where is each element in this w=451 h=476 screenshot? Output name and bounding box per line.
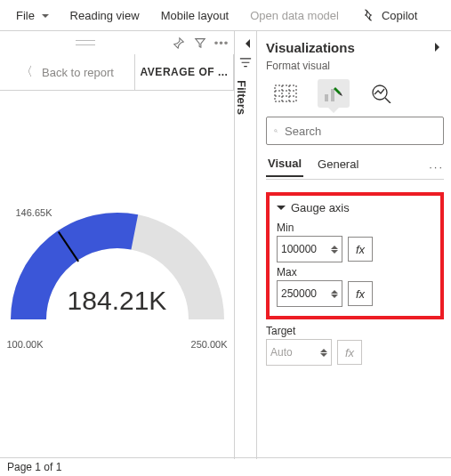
status-bar: Page 1 of 1	[0, 457, 451, 476]
gauge-value-label: 184.21K	[11, 286, 224, 316]
report-canvas: ••• 〈 Back to report AVERAGE OF ...	[0, 31, 235, 459]
max-value: 250000	[281, 287, 331, 300]
spinner-icon[interactable]	[331, 242, 338, 257]
back-to-report-button[interactable]: 〈 Back to report	[0, 54, 135, 90]
menu-file-label: File	[16, 9, 35, 22]
page-indicator: Page 1 of 1	[7, 461, 61, 473]
format-tabs: Visual General ···	[266, 154, 444, 180]
drag-handle-icon[interactable]	[76, 40, 95, 45]
target-field-disabled: Target Auto fx	[266, 325, 444, 366]
chevron-right-icon	[435, 43, 444, 52]
table-grid-icon	[274, 85, 297, 102]
breadcrumb: 〈 Back to report AVERAGE OF ...	[0, 54, 234, 91]
main-area: ••• 〈 Back to report AVERAGE OF ...	[0, 30, 451, 459]
gauge-axis-highlight: Gauge axis Min 100000 fx Max 250000	[266, 192, 444, 319]
build-visual-mode-button[interactable]	[270, 79, 302, 108]
back-label: Back to report	[42, 66, 114, 79]
svg-rect-7	[331, 89, 334, 101]
menu-reading-view[interactable]: Reading view	[60, 5, 150, 26]
menu-mobile-layout[interactable]: Mobile layout	[150, 5, 240, 26]
chevron-down-icon	[42, 14, 49, 21]
target-input: Auto	[266, 339, 332, 366]
min-input[interactable]: 100000	[277, 236, 342, 262]
target-fx-button: fx	[337, 340, 362, 365]
min-label: Min	[277, 222, 433, 234]
svg-line-9	[385, 98, 391, 103]
analytics-mode-button[interactable]	[366, 79, 398, 108]
menu-open-data-model: Open data model	[239, 5, 350, 26]
target-label: Target	[266, 325, 444, 337]
spinner-icon[interactable]	[331, 286, 338, 302]
viz-pane-title: Visualizations	[266, 40, 355, 55]
tab-general[interactable]: General	[316, 157, 360, 176]
format-mode-switch	[266, 76, 444, 111]
gauge-axis-toggle[interactable]: Gauge axis	[277, 201, 433, 214]
tabs-more-button[interactable]: ···	[429, 160, 444, 173]
visualizations-pane: Visualizations Format visual	[257, 31, 451, 459]
filters-pane-label[interactable]: Filters	[235, 80, 248, 115]
max-fx-button[interactable]: fx	[348, 281, 373, 306]
menu-copilot-label: Copilot	[382, 9, 417, 22]
menu-copilot[interactable]: Copilot	[350, 4, 428, 27]
viz-pane-subtitle: Format visual	[266, 60, 444, 72]
filter-icon	[239, 58, 252, 70]
gauge-axis-header-label: Gauge axis	[291, 201, 350, 214]
search-icon	[274, 125, 278, 137]
visual-title: AVERAGE OF ...	[135, 54, 234, 90]
paint-chart-icon	[323, 84, 344, 103]
min-value: 100000	[281, 243, 331, 255]
format-visual-mode-button[interactable]	[318, 79, 350, 108]
format-search-input[interactable]	[283, 124, 436, 139]
max-label: Max	[277, 266, 433, 278]
chevron-left-icon	[241, 39, 250, 48]
gauge-target-label: 146.65K	[16, 207, 52, 218]
copilot-icon	[360, 7, 376, 23]
viz-pane-expand-button[interactable]	[435, 41, 444, 54]
gauge-axis-group: Gauge axis Min 100000 fx Max 250000	[266, 192, 444, 366]
svg-rect-1	[275, 85, 296, 101]
target-value: Auto	[270, 346, 320, 359]
more-options-icon[interactable]: •••	[214, 36, 229, 50]
max-input[interactable]: 250000	[277, 280, 342, 307]
gauge-min-label: 100.00K	[7, 339, 44, 350]
filters-pane-collapsed: Filters	[235, 31, 257, 459]
menu-file[interactable]: File	[5, 5, 60, 26]
filters-collapse-button[interactable]	[238, 36, 253, 51]
tab-visual[interactable]: Visual	[266, 157, 303, 177]
filter-icon[interactable]	[193, 36, 207, 50]
gauge-visual[interactable]: 184.21K 100.00K 250.00K 146.65K	[0, 91, 234, 459]
svg-point-10	[275, 130, 278, 133]
visual-header-toolbar: •••	[0, 31, 234, 54]
analytics-magnifier-icon	[371, 84, 392, 103]
format-search-box[interactable]	[266, 117, 444, 145]
gauge-max-label: 250.00K	[191, 339, 228, 350]
svg-rect-6	[325, 94, 328, 101]
chevron-down-icon	[277, 206, 286, 214]
svg-line-0	[58, 232, 77, 262]
spinner-icon	[320, 345, 327, 360]
min-fx-button[interactable]: fx	[348, 237, 373, 262]
menubar: File Reading view Mobile layout Open dat…	[0, 0, 451, 30]
svg-line-11	[277, 132, 278, 133]
chevron-left-icon: 〈	[20, 64, 33, 80]
pin-icon[interactable]	[172, 36, 186, 50]
